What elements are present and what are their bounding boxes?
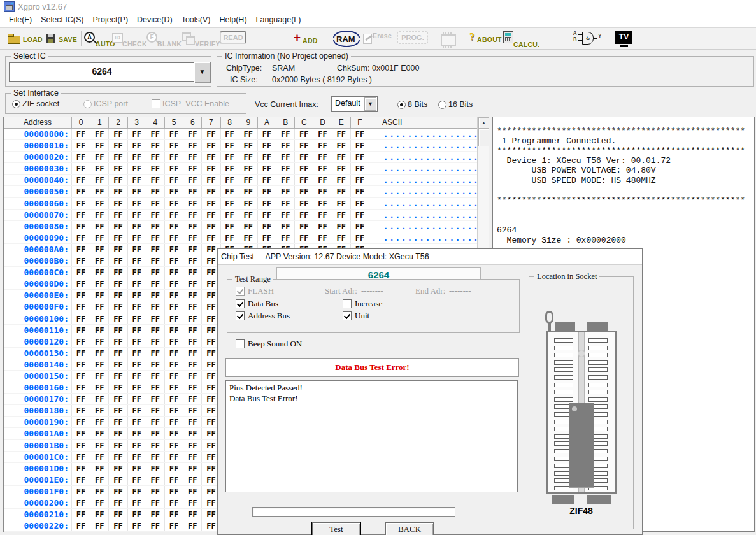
byte-cell[interactable]: FF: [183, 221, 202, 232]
byte-cell[interactable]: FF: [90, 325, 109, 336]
byte-cell[interactable]: FF: [72, 520, 90, 531]
byte-cell[interactable]: FF: [72, 198, 90, 209]
byte-cell[interactable]: FF: [276, 210, 295, 220]
byte-cell[interactable]: FF: [90, 186, 109, 197]
byte-cell[interactable]: FF: [276, 198, 295, 209]
byte-cell[interactable]: FF: [332, 163, 351, 174]
byte-cell[interactable]: FF: [128, 405, 146, 416]
byte-cell[interactable]: FF: [183, 394, 202, 404]
byte-cell[interactable]: FF: [183, 463, 202, 474]
byte-cell[interactable]: FF: [276, 129, 295, 139]
byte-cell[interactable]: FF: [109, 497, 127, 508]
byte-cell[interactable]: FF: [221, 140, 239, 151]
bits16-radio[interactable]: [438, 101, 446, 109]
byte-cell[interactable]: FF: [109, 440, 127, 451]
byte-cell[interactable]: FF: [165, 382, 183, 393]
byte-cell[interactable]: FF: [332, 140, 351, 151]
byte-cell[interactable]: FF: [109, 509, 127, 520]
byte-cell[interactable]: FF: [202, 140, 220, 151]
byte-cell[interactable]: FF: [109, 371, 127, 382]
byte-cell[interactable]: FF: [146, 405, 165, 416]
byte-cell[interactable]: FF: [183, 301, 202, 312]
byte-cell[interactable]: FF: [146, 198, 165, 209]
byte-cell[interactable]: FF: [90, 336, 109, 347]
byte-cell[interactable]: FF: [90, 474, 109, 485]
byte-cell[interactable]: FF: [295, 129, 313, 139]
byte-cell[interactable]: FF: [239, 198, 258, 209]
byte-cell[interactable]: FF: [276, 221, 295, 232]
byte-cell[interactable]: FF: [183, 359, 202, 370]
byte-cell[interactable]: FF: [165, 186, 183, 197]
byte-cell[interactable]: FF: [165, 394, 183, 404]
byte-cell[interactable]: FF: [128, 232, 146, 243]
byte-cell[interactable]: FF: [258, 186, 276, 197]
byte-cell[interactable]: FF: [351, 129, 369, 139]
byte-cell[interactable]: FF: [90, 382, 109, 393]
byte-cell[interactable]: FF: [109, 394, 127, 404]
byte-cell[interactable]: FF: [165, 221, 183, 232]
byte-cell[interactable]: FF: [165, 336, 183, 347]
byte-cell[interactable]: FF: [72, 359, 90, 370]
byte-cell[interactable]: FF: [90, 278, 109, 289]
byte-cell[interactable]: FF: [221, 175, 239, 185]
byte-cell[interactable]: FF: [72, 348, 90, 359]
byte-cell[interactable]: FF: [276, 175, 295, 185]
data-bus-checkbox[interactable]: [236, 299, 245, 308]
byte-cell[interactable]: FF: [146, 336, 165, 347]
byte-cell[interactable]: FF: [146, 290, 165, 301]
byte-cell[interactable]: FF: [183, 382, 202, 393]
byte-cell[interactable]: FF: [202, 163, 220, 174]
byte-cell[interactable]: FF: [239, 152, 258, 162]
byte-cell[interactable]: FF: [146, 359, 165, 370]
byte-cell[interactable]: FF: [90, 244, 109, 255]
byte-cell[interactable]: FF: [183, 428, 202, 439]
byte-cell[interactable]: FF: [165, 129, 183, 139]
byte-cell[interactable]: FF: [202, 198, 220, 209]
byte-cell[interactable]: FF: [109, 486, 127, 497]
byte-cell[interactable]: FF: [295, 221, 313, 232]
byte-cell[interactable]: FF: [146, 428, 165, 439]
byte-cell[interactable]: FF: [221, 221, 239, 232]
byte-cell[interactable]: FF: [128, 210, 146, 220]
byte-cell[interactable]: FF: [183, 232, 202, 243]
byte-cell[interactable]: FF: [109, 313, 127, 324]
byte-cell[interactable]: FF: [109, 210, 127, 220]
byte-cell[interactable]: FF: [109, 198, 127, 209]
byte-cell[interactable]: FF: [239, 163, 258, 174]
byte-cell[interactable]: FF: [109, 244, 127, 255]
byte-cell[interactable]: FF: [183, 452, 202, 462]
byte-cell[interactable]: FF: [165, 152, 183, 162]
byte-cell[interactable]: FF: [128, 129, 146, 139]
byte-cell[interactable]: FF: [165, 520, 183, 531]
byte-cell[interactable]: FF: [90, 371, 109, 382]
byte-cell[interactable]: FF: [90, 152, 109, 162]
byte-cell[interactable]: FF: [165, 325, 183, 336]
byte-cell[interactable]: FF: [332, 232, 351, 243]
byte-cell[interactable]: FF: [332, 152, 351, 162]
byte-cell[interactable]: FF: [258, 129, 276, 139]
byte-cell[interactable]: FF: [109, 348, 127, 359]
byte-cell[interactable]: FF: [72, 152, 90, 162]
bits8-radio[interactable]: [397, 101, 406, 109]
byte-cell[interactable]: FF: [295, 198, 313, 209]
byte-cell[interactable]: FF: [165, 290, 183, 301]
byte-cell[interactable]: FF: [313, 163, 332, 174]
byte-cell[interactable]: FF: [183, 405, 202, 416]
byte-cell[interactable]: FF: [165, 359, 183, 370]
byte-cell[interactable]: FF: [90, 255, 109, 266]
byte-cell[interactable]: FF: [109, 463, 127, 474]
byte-cell[interactable]: FF: [128, 428, 146, 439]
byte-cell[interactable]: FF: [109, 474, 127, 485]
byte-cell[interactable]: FF: [90, 267, 109, 278]
byte-cell[interactable]: FF: [72, 463, 90, 474]
byte-cell[interactable]: FF: [183, 267, 202, 278]
byte-cell[interactable]: FF: [90, 140, 109, 151]
byte-cell[interactable]: FF: [202, 152, 220, 162]
byte-cell[interactable]: FF: [351, 152, 369, 162]
byte-cell[interactable]: FF: [221, 186, 239, 197]
byte-cell[interactable]: FF: [183, 152, 202, 162]
byte-cell[interactable]: FF: [239, 129, 258, 139]
byte-cell[interactable]: FF: [351, 163, 369, 174]
byte-cell[interactable]: FF: [165, 278, 183, 289]
zif-socket-radio[interactable]: [12, 100, 20, 108]
